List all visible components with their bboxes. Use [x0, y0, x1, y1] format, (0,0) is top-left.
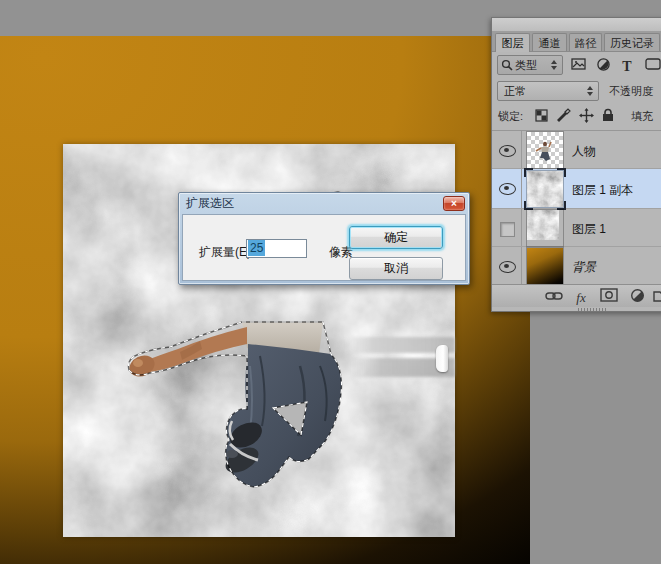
chevron-up-down-icon: [551, 60, 558, 70]
layer-name: 图层 1 副本: [572, 182, 633, 199]
layer-row-person[interactable]: 人物: [492, 131, 661, 169]
close-icon[interactable]: ×: [443, 196, 465, 211]
visibility-cell[interactable]: [492, 247, 522, 284]
selected-text: 25: [248, 240, 265, 256]
link-layers-icon[interactable]: [544, 288, 564, 304]
expand-selection-dialog: 扩展选区 × 扩展量(E): 25 像素 确定 取消: [178, 192, 470, 285]
dialog-body: 扩展量(E): 25 像素 确定 取消: [182, 214, 466, 281]
eye-icon[interactable]: [499, 145, 516, 157]
panel-resize-grip[interactable]: [578, 308, 606, 311]
person-fist: [126, 351, 158, 380]
visibility-cell[interactable]: [492, 131, 522, 168]
panel-bottom-bar: fx: [492, 284, 661, 307]
adjustment-layer-filter-icon[interactable]: [594, 57, 612, 73]
ok-button[interactable]: 确定: [349, 226, 443, 249]
visibility-cell[interactable]: [492, 209, 522, 246]
lock-transparency-icon[interactable]: [532, 108, 550, 125]
lock-pixels-icon[interactable]: [554, 108, 572, 125]
tab-channels[interactable]: 通道: [532, 33, 567, 51]
layer-name: 人物: [572, 143, 596, 160]
layer-name: 图层 1: [572, 221, 606, 238]
layer-name: 背景: [572, 259, 596, 276]
dialog-titlebar[interactable]: 扩展选区: [179, 193, 469, 214]
blend-mode-row: 正常 不透明度: [492, 80, 661, 104]
filter-type-select[interactable]: 类型: [497, 55, 563, 75]
panel-tab-bar: 图层 通道 路径 历史记录: [492, 31, 661, 52]
expand-amount-input[interactable]: 25: [246, 239, 307, 258]
eye-icon[interactable]: [499, 261, 516, 273]
blend-mode-value: 正常: [504, 82, 526, 100]
layer-thumbnail-person[interactable]: [527, 132, 563, 168]
eye-icon[interactable]: [499, 183, 516, 195]
blend-mode-select[interactable]: 正常: [497, 81, 599, 101]
selection-bracket: [557, 168, 566, 177]
shape-layer-filter-icon[interactable]: [644, 57, 661, 73]
document-canvas-window[interactable]: [0, 36, 530, 564]
adjustment-layer-icon[interactable]: [627, 288, 647, 304]
layer-filter-row: 类型 T: [492, 54, 661, 78]
opacity-label: 不透明度: [609, 84, 653, 99]
visibility-cell[interactable]: [492, 169, 522, 208]
layer-mask-icon[interactable]: [599, 288, 619, 304]
layer-row-layer1-copy[interactable]: 图层 1 副本: [492, 169, 661, 209]
layer-thumbnail-clouds[interactable]: [527, 210, 563, 246]
layer-row-background[interactable]: 背景: [492, 247, 661, 285]
lock-row: 锁定: 填充: [492, 106, 661, 128]
tab-paths[interactable]: 路径: [569, 33, 602, 51]
filter-type-label: 类型: [515, 56, 537, 74]
image-layer-filter-icon[interactable]: [570, 57, 588, 73]
new-group-icon[interactable]: [652, 288, 661, 304]
fill-label: 填充: [631, 109, 653, 124]
layers-panel: 图层 通道 路径 历史记录 类型 T 正常 不透明度: [491, 17, 661, 312]
search-icon: [501, 59, 513, 71]
selection-bracket: [524, 168, 533, 177]
lock-all-icon[interactable]: [599, 108, 617, 125]
panel-drag-strip[interactable]: [492, 18, 661, 32]
layer-style-icon[interactable]: fx: [571, 288, 591, 304]
lock-label: 锁定:: [498, 109, 523, 124]
eye-hidden-box[interactable]: [500, 222, 515, 237]
lock-position-icon[interactable]: [577, 108, 595, 125]
cancel-button[interactable]: 取消: [349, 257, 443, 280]
text-layer-filter-icon[interactable]: T: [618, 57, 636, 73]
layer-row-layer1[interactable]: 图层 1: [492, 209, 661, 247]
tab-layers[interactable]: 图层: [495, 33, 530, 52]
tab-history[interactable]: 历史记录: [604, 33, 660, 51]
chevron-up-down-icon: [587, 86, 594, 96]
layer-thumbnail-gradient[interactable]: [527, 248, 563, 284]
layer-list: 人物 图层 1 副本 图层 1: [492, 130, 661, 287]
